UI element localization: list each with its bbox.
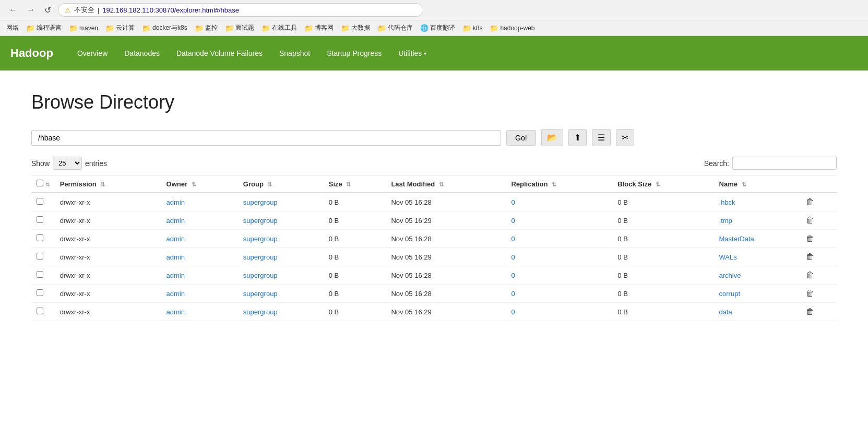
row-checkbox-1[interactable]: [37, 216, 43, 223]
th-permission[interactable]: Permission ⇅: [55, 175, 161, 193]
th-replication[interactable]: Replication ⇅: [506, 175, 612, 193]
cell-replication-2[interactable]: 0: [506, 230, 612, 248]
delete-icon-0[interactable]: 🗑: [806, 197, 814, 206]
cell-name-4[interactable]: archive: [714, 266, 801, 285]
back-button[interactable]: ←: [6, 4, 20, 16]
cell-owner-4[interactable]: admin: [161, 266, 238, 285]
bookmark-云计算[interactable]: 📁云计算: [103, 22, 137, 33]
cut-button[interactable]: ✂: [616, 129, 634, 146]
th-group[interactable]: Group ⇅: [238, 175, 324, 193]
nav-startup-progress[interactable]: Startup Progress: [318, 38, 390, 69]
cell-owner-6[interactable]: admin: [161, 303, 238, 321]
upload-button[interactable]: ⬆: [568, 129, 587, 146]
cell-owner-3[interactable]: admin: [161, 248, 238, 266]
cell-replication-6[interactable]: 0: [506, 303, 612, 321]
bookmark-docker与k8s[interactable]: 📁docker与k8s: [140, 22, 189, 33]
cell-delete-4[interactable]: 🗑: [801, 266, 837, 285]
cell-checkbox-1[interactable]: [31, 211, 55, 230]
open-folder-button[interactable]: 📂: [541, 129, 563, 146]
list-button[interactable]: ☰: [592, 129, 611, 146]
th-checkbox[interactable]: ⇅: [31, 175, 55, 193]
select-all-checkbox[interactable]: [37, 180, 43, 186]
forward-button[interactable]: →: [24, 4, 38, 16]
cell-replication-5[interactable]: 0: [506, 285, 612, 303]
cell-name-0[interactable]: .hbck: [714, 193, 801, 211]
sort-icon-permission[interactable]: ⇅: [100, 181, 105, 187]
row-checkbox-5[interactable]: [37, 289, 43, 296]
row-checkbox-6[interactable]: [37, 308, 43, 314]
delete-icon-3[interactable]: 🗑: [806, 252, 814, 261]
cell-name-1[interactable]: .tmp: [714, 211, 801, 230]
bookmark-网络[interactable]: 网络: [4, 22, 21, 33]
cell-owner-0[interactable]: admin: [161, 193, 238, 211]
sort-icon-last-modified[interactable]: ⇅: [439, 181, 444, 187]
nav-datanode-volume-failures[interactable]: Datanode Volume Failures: [168, 38, 271, 69]
bookmark-在线工具[interactable]: 📁在线工具: [259, 22, 299, 33]
nav-overview[interactable]: Overview: [69, 38, 116, 69]
th-block-size[interactable]: Block Size ⇅: [612, 175, 714, 193]
bookmark-k8s[interactable]: 📁k8s: [460, 23, 485, 33]
th-owner[interactable]: Owner ⇅: [161, 175, 238, 193]
cell-name-2[interactable]: MasterData: [714, 230, 801, 248]
cell-name-5[interactable]: corrupt: [714, 285, 801, 303]
delete-icon-1[interactable]: 🗑: [806, 216, 814, 225]
delete-icon-5[interactable]: 🗑: [806, 289, 814, 298]
bookmark-监控[interactable]: 📁监控: [193, 22, 220, 33]
cell-checkbox-5[interactable]: [31, 285, 55, 303]
cell-delete-2[interactable]: 🗑: [801, 230, 837, 248]
cell-delete-1[interactable]: 🗑: [801, 211, 837, 230]
delete-icon-2[interactable]: 🗑: [806, 234, 814, 243]
cell-group-2[interactable]: supergroup: [238, 230, 324, 248]
sort-arrows-checkbox[interactable]: ⇅: [45, 182, 50, 187]
bookmark-代码仓库[interactable]: 📁代码仓库: [375, 22, 415, 33]
row-checkbox-3[interactable]: [37, 253, 43, 260]
nav-utilities[interactable]: Utilities ▾: [390, 38, 435, 69]
cell-replication-4[interactable]: 0: [506, 266, 612, 285]
cell-group-4[interactable]: supergroup: [238, 266, 324, 285]
delete-icon-6[interactable]: 🗑: [806, 307, 814, 316]
bookmark-大数据[interactable]: 📁大数据: [339, 22, 372, 33]
cell-name-6[interactable]: data: [714, 303, 801, 321]
cell-checkbox-6[interactable]: [31, 303, 55, 321]
bookmark-博客网[interactable]: 📁博客网: [302, 22, 336, 33]
bookmark-编程语言[interactable]: 📁编程语言: [24, 22, 64, 33]
cell-group-0[interactable]: supergroup: [238, 193, 324, 211]
delete-icon-4[interactable]: 🗑: [806, 270, 814, 279]
address-bar[interactable]: ⚠ 不安全 | 192.168.182.110:30870/explorer.h…: [58, 3, 423, 17]
cell-replication-3[interactable]: 0: [506, 248, 612, 266]
row-checkbox-2[interactable]: [37, 234, 43, 241]
sort-icon-owner[interactable]: ⇅: [192, 181, 196, 187]
cell-checkbox-4[interactable]: [31, 266, 55, 285]
bookmark-hadoop-web[interactable]: 📁hadoop-web: [487, 23, 537, 33]
cell-owner-2[interactable]: admin: [161, 230, 238, 248]
cell-group-5[interactable]: supergroup: [238, 285, 324, 303]
cell-delete-3[interactable]: 🗑: [801, 248, 837, 266]
cell-delete-6[interactable]: 🗑: [801, 303, 837, 321]
cell-delete-5[interactable]: 🗑: [801, 285, 837, 303]
cell-replication-0[interactable]: 0: [506, 193, 612, 211]
refresh-button[interactable]: ↺: [42, 4, 54, 16]
th-size[interactable]: Size ⇅: [324, 175, 386, 193]
sort-icon-name[interactable]: ⇅: [742, 181, 746, 187]
bookmark-maven[interactable]: 📁maven: [67, 23, 100, 33]
bookmark-百度翻译[interactable]: 🌐百度翻译: [418, 22, 457, 33]
sort-icon-size[interactable]: ⇅: [346, 181, 351, 187]
th-name[interactable]: Name ⇅: [714, 175, 801, 193]
sort-icon-group[interactable]: ⇅: [267, 181, 272, 187]
cell-checkbox-2[interactable]: [31, 230, 55, 248]
sort-icon-block-size[interactable]: ⇅: [656, 181, 660, 187]
cell-name-3[interactable]: WALs: [714, 248, 801, 266]
cell-checkbox-3[interactable]: [31, 248, 55, 266]
cell-group-3[interactable]: supergroup: [238, 248, 324, 266]
cell-owner-1[interactable]: admin: [161, 211, 238, 230]
bookmark-面试题[interactable]: 📁面试题: [223, 22, 256, 33]
cell-owner-5[interactable]: admin: [161, 285, 238, 303]
row-checkbox-0[interactable]: [37, 198, 43, 205]
path-input[interactable]: [31, 130, 501, 146]
search-input[interactable]: [732, 157, 837, 170]
cell-replication-1[interactable]: 0: [506, 211, 612, 230]
nav-datanodes[interactable]: Datanodes: [116, 38, 168, 69]
th-last-modified[interactable]: Last Modified ⇅: [386, 175, 506, 193]
nav-snapshot[interactable]: Snapshot: [271, 38, 318, 69]
cell-delete-0[interactable]: 🗑: [801, 193, 837, 211]
